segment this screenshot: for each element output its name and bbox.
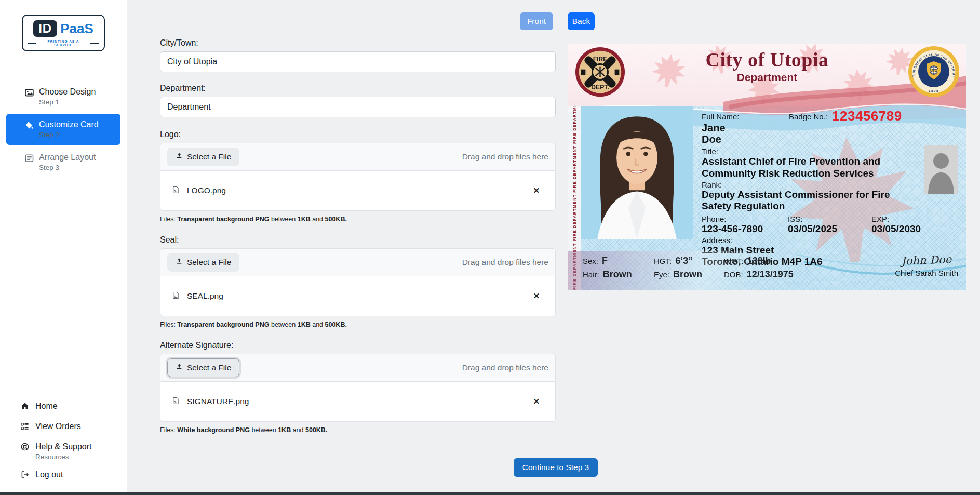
logo-select-file-button[interactable]: Select a File xyxy=(167,148,239,166)
drag-drop-hint: Drag and drop files here xyxy=(462,258,548,267)
cardholder-photo xyxy=(581,106,693,239)
logo-label: Logo: xyxy=(160,130,556,139)
wgt-label: WGT: xyxy=(724,257,744,265)
logo-file-row: LOGO.png ✕ xyxy=(160,171,555,210)
phone-value: 123-456-7890 xyxy=(702,223,788,235)
sidebar-item-help-support[interactable]: Help & Support Resources xyxy=(0,437,127,465)
file-image-icon xyxy=(172,396,180,407)
wgt-value: 138lb xyxy=(747,256,771,266)
full-name-label: Full Name: xyxy=(702,112,789,121)
title-label: Title: xyxy=(702,147,925,156)
seal-year-text: 1898 xyxy=(929,89,939,92)
sidebar-item-arrange-layout[interactable]: Arrange Layout Step 3 xyxy=(6,148,120,176)
app-logo: ID PaaS PRINTING AS A SERVICE xyxy=(22,15,105,51)
back-toggle-button[interactable]: Back xyxy=(568,12,595,30)
eye-value: Brown xyxy=(673,269,702,280)
card-city-title: City of Utopia xyxy=(568,50,966,71)
logo-id-mark: ID xyxy=(33,20,57,37)
hair-value: Brown xyxy=(603,269,632,280)
upload-icon xyxy=(176,363,183,372)
sex-value: F xyxy=(602,256,608,266)
sidebar-item-label: Customize Card xyxy=(39,120,99,129)
chief-name: Chief Sarah Smith xyxy=(895,269,958,277)
app-window: ID PaaS PRINTING AS A SERVICE Choose Des… xyxy=(0,0,980,495)
drag-drop-hint: Drag and drop files here xyxy=(462,363,548,372)
signature-remove-file-icon[interactable]: ✕ xyxy=(529,395,544,408)
sidebar-item-choose-design[interactable]: Choose Design Step 1 xyxy=(6,83,120,111)
seal-label: Seal: xyxy=(160,235,556,245)
orders-list-icon xyxy=(21,422,29,433)
home-icon xyxy=(21,402,29,412)
continue-step3-button[interactable]: Continue to Step 3 xyxy=(514,458,598,477)
seal-file-name: SEAL.png xyxy=(187,291,223,301)
card-info: Full Name: Badge No.: 123456789 Jane Doe… xyxy=(702,108,925,268)
signature-dropzone[interactable]: Select a File Drag and drop files here xyxy=(160,354,556,422)
logo-tagline: PRINTING AS A SERVICE xyxy=(28,39,99,47)
last-name: Doe xyxy=(702,134,925,145)
signature-select-file-button[interactable]: Select a File xyxy=(167,358,239,377)
logo-upload-section: Logo: Select a File Drag and drop files … xyxy=(160,130,556,223)
title-value: Assistant Chief of Fire Prevention and C… xyxy=(702,156,916,179)
card-preview: City of Utopia Department xyxy=(568,44,966,290)
rank-label: Rank: xyxy=(702,180,925,189)
seal-dropzone[interactable]: Select a File Drag and drop files here xyxy=(160,248,556,316)
exp-label: EXP: xyxy=(871,215,925,223)
sidebar-item-label: Log out xyxy=(35,470,63,479)
logo-brand-text: PaaS xyxy=(60,21,93,37)
select-file-label: Select a File xyxy=(187,152,231,162)
city-town-input[interactable] xyxy=(160,51,556,72)
signature-file-row: SIGNATURE.png ✕ xyxy=(160,382,555,421)
seal-remove-file-icon[interactable]: ✕ xyxy=(529,289,544,303)
layout-list-icon xyxy=(25,153,34,165)
department-label: Department: xyxy=(160,84,556,93)
logo-file-name: LOGO.png xyxy=(187,186,226,195)
file-image-icon xyxy=(172,291,180,302)
file-image-icon xyxy=(172,185,180,196)
sex-label: Sex: xyxy=(583,257,598,265)
alternate-signature-label: Alternate Signature: xyxy=(160,341,556,350)
seal-file-row: SEAL.png ✕ xyxy=(160,276,555,316)
seal-select-file-button[interactable]: Select a File xyxy=(167,253,239,272)
ghost-photo-placeholder xyxy=(924,145,958,194)
state-seal: UTO THE GREAT SEAL OF THE STATE OF UTOPI… xyxy=(908,46,960,98)
drag-drop-hint: Drag and drop files here xyxy=(462,152,548,162)
hgt-label: HGT: xyxy=(654,257,672,265)
chief-signature: John Doe xyxy=(895,253,958,267)
select-file-label: Select a File xyxy=(187,258,231,267)
logo-remove-file-icon[interactable]: ✕ xyxy=(529,184,544,197)
badge-no-label: Badge No.: xyxy=(789,112,828,121)
sidebar-item-home[interactable]: Home xyxy=(0,397,127,417)
sidebar-item-view-orders[interactable]: View Orders xyxy=(0,417,127,437)
bottom-scroll-bar[interactable] xyxy=(0,492,980,495)
alternate-signature-upload-section: Alternate Signature: Select a File Drag … xyxy=(160,341,556,434)
select-file-label: Select a File xyxy=(187,363,231,372)
step-nav: Choose Design Step 1 Customize Card Step… xyxy=(0,83,127,176)
seal-upload-section: Seal: Select a File Drag and drop files … xyxy=(160,235,556,328)
sidebar-item-sub: Resources xyxy=(35,453,92,461)
sidebar-item-sub: Step 2 xyxy=(39,131,99,139)
sidebar-item-label: Choose Design xyxy=(39,87,96,97)
city-town-label: City/Town: xyxy=(160,38,556,48)
sidebar-item-sub: Step 3 xyxy=(39,164,96,171)
sidebar-item-sub: Step 1 xyxy=(39,98,96,106)
fire-department-badge: FIRE DEPT. xyxy=(575,47,625,97)
image-icon xyxy=(25,87,34,99)
signature-file-note: Files: White background PNG between 1KB … xyxy=(160,426,556,434)
iss-value: 03/05/2025 xyxy=(788,223,871,235)
department-input[interactable] xyxy=(160,97,556,117)
sidebar-item-logout[interactable]: Log out xyxy=(0,465,127,486)
hgt-value: 6’3” xyxy=(675,256,693,266)
badge-number: 123456789 xyxy=(832,109,902,123)
card-department-subtitle: Department xyxy=(568,71,966,84)
life-ring-icon xyxy=(21,442,29,453)
upload-icon xyxy=(176,152,183,162)
upload-icon xyxy=(176,258,183,267)
front-toggle-button[interactable]: Front xyxy=(520,12,553,30)
logo-file-note: Files: Transparent background PNG betwee… xyxy=(160,216,556,223)
phone-label: Phone: xyxy=(702,215,788,223)
seal-center-text: UTO xyxy=(930,69,937,72)
logo-dropzone[interactable]: Select a File Drag and drop files here xyxy=(160,143,556,211)
signature-file-name: SIGNATURE.png xyxy=(187,397,249,406)
sidebar-item-customize-card[interactable]: Customize Card Step 2 xyxy=(6,114,120,145)
exp-value: 03/05/2030 xyxy=(871,223,925,235)
